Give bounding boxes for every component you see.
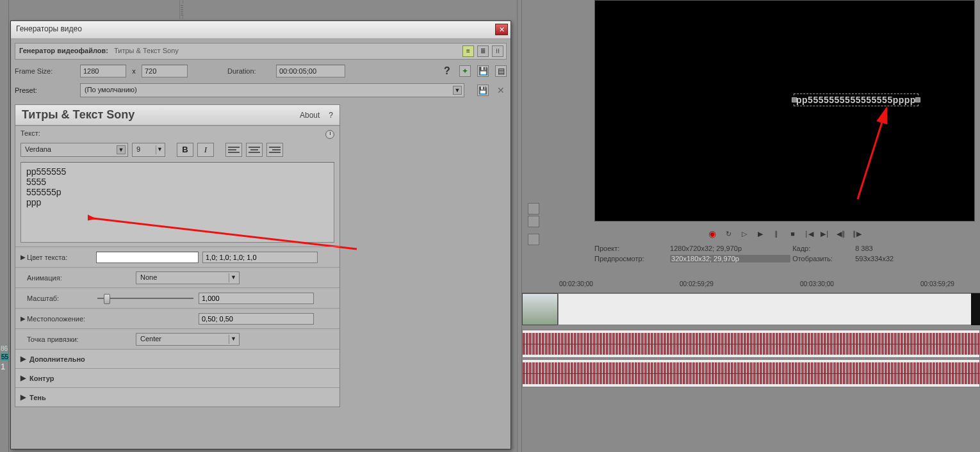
preset-dropdown[interactable]: (По умолчанию) ▼ — [80, 83, 464, 97]
play-start-button[interactable]: ▷ — [739, 229, 750, 239]
gutter-num: 86 — [1, 345, 8, 352]
audio-track-clip[interactable] — [522, 330, 980, 358]
dialog-titlebar[interactable]: Генераторы видео ✕ — [11, 21, 510, 39]
position-value-input[interactable] — [199, 313, 314, 325]
chevron-down-icon: ▼ — [229, 335, 238, 344]
frame-height-input[interactable] — [142, 65, 188, 77]
animate-icon[interactable] — [325, 130, 334, 139]
audio-track-clip[interactable] — [522, 359, 980, 387]
settings-button[interactable]: ▤ — [495, 65, 507, 77]
animation-value: None — [140, 273, 157, 281]
preset-row: Preset: (По умолчанию) ▼ 💾 ✕ — [15, 83, 507, 98]
timeline: 00:02:30;00 00:02:59;29 00:03:30;00 00:0… — [522, 275, 980, 452]
preview-info: Проект: 1280x720x32; 29,970p Кадр: 8 383… — [594, 245, 979, 265]
generator-bar: Генератор видеофайлов: Титры & Текст Son… — [15, 43, 507, 60]
delete-preset-button[interactable]: ✕ — [495, 85, 507, 96]
tool-icon[interactable] — [528, 216, 539, 227]
font-family-value: Verdana — [25, 145, 51, 153]
save-preset-button[interactable]: 💾 — [477, 65, 489, 77]
outline-section[interactable]: ▶ Контур — [15, 368, 339, 387]
video-preview[interactable]: pp5555555555555555pppp — [594, 0, 975, 222]
text-section-header: Текст: — [15, 125, 339, 140]
frame-size-label: Frame Size: — [15, 67, 76, 75]
align-left-button[interactable] — [225, 143, 242, 157]
close-button[interactable]: ✕ — [495, 24, 508, 35]
pane-splitter[interactable] — [517, 0, 522, 452]
pane-splitter[interactable] — [179, 0, 183, 19]
record-button[interactable]: ◉ — [706, 229, 718, 239]
position-label: Местоположение: — [27, 315, 199, 323]
preset-value: (По умолчанию) — [85, 86, 137, 93]
display-label: Отобразить: — [792, 255, 853, 262]
go-end-button[interactable]: ▶∣ — [819, 229, 831, 239]
frame-size-row: Frame Size: x Duration: ? ✦ 💾 ▤ — [15, 63, 507, 79]
prev-frame-button[interactable]: ◀∥ — [835, 229, 847, 239]
stop-button[interactable]: ■ — [787, 229, 799, 239]
more-section[interactable]: ▶ Дополнительно — [15, 349, 339, 368]
color-swatch[interactable] — [96, 252, 199, 263]
anchor-value: Center — [140, 335, 161, 343]
anchor-row: Точка привязки: Center ▼ — [15, 328, 339, 349]
more-label: Дополнительно — [29, 355, 85, 363]
view-mode-button[interactable]: ⁞⁞ — [492, 45, 503, 57]
x-label: x — [130, 67, 138, 75]
frame-width-input[interactable] — [80, 65, 126, 77]
expand-icon: ▶ — [20, 355, 29, 363]
text-input-area[interactable]: pp555555 5555 555555p ppp — [20, 162, 334, 243]
scale-label: Масштаб: — [27, 295, 97, 302]
project-value: 1280x720x32; 29,970p — [670, 245, 790, 252]
animation-label: Анимация: — [27, 274, 136, 282]
ruler-tick: 00:03:59;29 — [920, 280, 954, 287]
italic-button[interactable]: I — [197, 143, 214, 157]
preset-label: Preset: — [15, 86, 76, 94]
text-color-value-input[interactable] — [202, 252, 318, 263]
save-icon[interactable] — [528, 234, 539, 245]
anchor-dropdown[interactable]: Center ▼ — [136, 333, 240, 346]
next-frame-button[interactable]: ∥▶ — [851, 229, 863, 239]
dialog-title: Генераторы видео — [16, 24, 82, 33]
expand-icon[interactable]: ▶ — [20, 254, 27, 261]
duration-input[interactable] — [276, 65, 345, 77]
previewres-value[interactable]: 320x180x32; 29,970p — [670, 255, 790, 262]
video-track-clip[interactable] — [558, 293, 980, 325]
chevron-down-icon: ▼ — [229, 273, 238, 282]
chevron-down-icon: ▼ — [117, 145, 126, 154]
font-size-value: 9 — [136, 145, 140, 153]
animation-row: Анимация: None ▼ — [15, 267, 339, 287]
ruler-tick: 00:02:30;00 — [559, 280, 593, 287]
font-size-dropdown[interactable]: 9 ▼ — [132, 143, 165, 157]
shadow-section[interactable]: ▶ Тень — [15, 387, 339, 407]
bold-button[interactable]: B — [177, 143, 193, 157]
expand-icon: ▶ — [20, 374, 29, 382]
scale-row: Масштаб: — [15, 287, 339, 308]
waveform-icon — [523, 333, 979, 355]
scale-value-input[interactable] — [199, 293, 314, 304]
apply-button[interactable]: ✦ — [459, 65, 471, 77]
align-right-button[interactable] — [266, 143, 283, 157]
timeline-ruler[interactable]: 00:02:30;00 00:02:59;29 00:03:30;00 00:0… — [522, 275, 980, 293]
align-center-button[interactable] — [246, 143, 263, 157]
text-color-label: Цвет текста: — [27, 254, 96, 261]
go-start-button[interactable]: ∣◀ — [803, 229, 815, 239]
animation-dropdown[interactable]: None ▼ — [136, 271, 240, 284]
view-mode-button[interactable]: ≡ — [462, 45, 474, 57]
video-clip-tail[interactable] — [971, 293, 980, 325]
shadow-label: Тень — [29, 394, 46, 401]
save-preset-button[interactable]: 💾 — [477, 85, 489, 96]
scale-slider[interactable] — [97, 293, 193, 303]
preview-side-toolbar — [525, 202, 551, 246]
loop-button[interactable]: ↻ — [723, 229, 734, 239]
tool-icon[interactable] — [528, 203, 539, 214]
view-mode-button[interactable]: ≣ — [477, 45, 489, 57]
help-button[interactable]: ? — [441, 65, 453, 77]
play-button[interactable]: ▶ — [755, 229, 766, 239]
expand-icon[interactable]: ▶ — [20, 315, 27, 322]
help-link[interactable]: ? — [329, 111, 333, 120]
font-family-dropdown[interactable]: Verdana ▼ — [20, 143, 128, 157]
pause-button[interactable]: ∥ — [771, 229, 782, 239]
text-label: Текст: — [20, 129, 40, 137]
project-label: Проект: — [594, 245, 668, 252]
about-link[interactable]: About — [300, 111, 320, 120]
clip-thumbnail[interactable] — [522, 293, 558, 325]
font-toolbar: Verdana ▼ 9 ▼ B I — [15, 140, 339, 162]
